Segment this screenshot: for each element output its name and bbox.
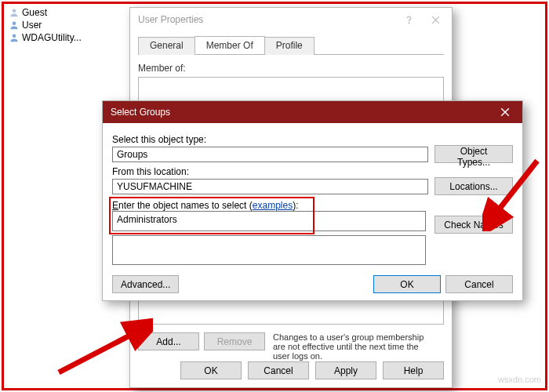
user-icon — [9, 33, 19, 42]
annotation-red-frame: Guest User WDAGUtility... Built-in accou… — [2, 2, 547, 390]
object-names-extra[interactable] — [112, 235, 426, 265]
advanced-button[interactable]: Advanced... — [112, 275, 179, 293]
tab-member-of[interactable]: Member Of — [195, 36, 265, 54]
apply-button[interactable]: Apply — [315, 361, 376, 379]
close-icon[interactable] — [488, 101, 522, 123]
check-names-button[interactable]: Check Names — [434, 216, 513, 234]
cancel-button[interactable]: Cancel — [248, 361, 309, 379]
svg-point-3 — [409, 22, 409, 23]
dialog-title: Select Groups — [111, 107, 170, 118]
tab-profile[interactable]: Profile — [264, 37, 314, 55]
ok-button[interactable]: OK — [373, 275, 441, 293]
user-name: Guest — [22, 7, 47, 18]
location-field[interactable] — [112, 179, 428, 194]
locations-button[interactable]: Locations... — [434, 177, 513, 195]
user-icon — [9, 8, 19, 17]
tab-general[interactable]: General — [138, 37, 195, 55]
remove-button: Remove — [204, 332, 265, 350]
user-name: WDAGUtility... — [22, 32, 82, 43]
tabbar: General Member Of Profile — [138, 36, 444, 55]
location-label: From this location: — [112, 166, 513, 177]
object-types-button[interactable]: Object Types... — [434, 145, 513, 163]
object-names-input[interactable] — [112, 211, 426, 231]
user-icon — [9, 20, 19, 30]
svg-point-1 — [13, 22, 16, 26]
close-icon[interactable] — [422, 11, 449, 28]
add-button[interactable]: Add... — [138, 332, 199, 350]
svg-point-2 — [13, 34, 16, 38]
object-type-field[interactable] — [112, 147, 428, 162]
examples-link[interactable]: examples — [253, 200, 293, 211]
help-button[interactable]: Help — [383, 361, 444, 379]
help-icon[interactable] — [395, 11, 422, 28]
watermark: wsxdn.com — [498, 375, 541, 384]
membership-hint: Changes to a user's group membership are… — [273, 332, 430, 361]
object-names-label: EEnter the object names to select nter t… — [112, 200, 428, 211]
titlebar: Select Groups — [103, 101, 522, 123]
object-type-label: Select this object type: — [112, 134, 513, 145]
dialog-title: User Properties — [138, 14, 203, 25]
member-of-label: Member of: — [138, 63, 444, 74]
select-groups-dialog: Select Groups Select this object type: O… — [102, 100, 523, 301]
svg-point-0 — [13, 9, 16, 13]
ok-button[interactable]: OK — [180, 361, 242, 379]
titlebar: User Properties — [130, 8, 452, 31]
user-name: User — [22, 20, 42, 31]
cancel-button[interactable]: Cancel — [445, 275, 513, 293]
